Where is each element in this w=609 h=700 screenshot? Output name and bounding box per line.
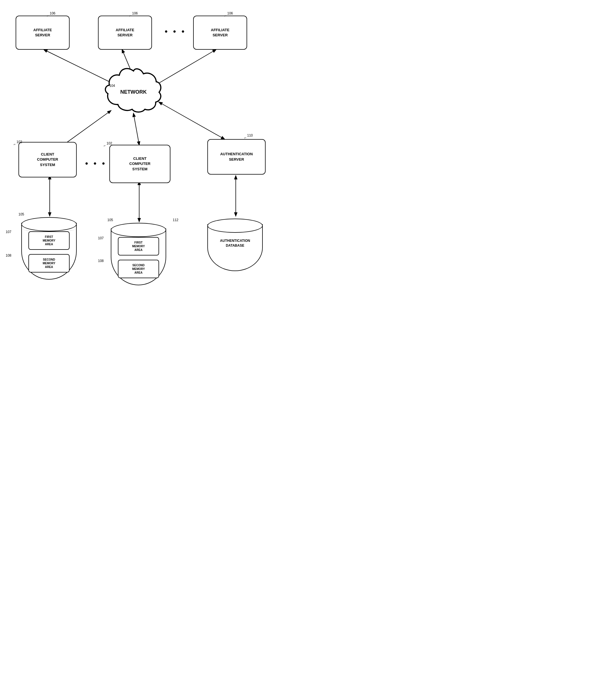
svg-line-5 <box>159 102 224 139</box>
auth-database-cylinder: AUTHENTICATION DATABASE <box>207 216 263 271</box>
ref-107-1: 107 <box>6 230 11 234</box>
client-system-1: CLIENT COMPUTER SYSTEM <box>18 142 77 177</box>
ref-106-3: 106 <box>227 11 233 15</box>
ref-108-2: 108 <box>98 259 104 263</box>
ref-108-1: 108 <box>6 253 11 257</box>
ref-102-1: 102 <box>16 140 22 144</box>
affiliate-server-1: AFFILIATE SERVER <box>16 16 70 50</box>
network-cloud: NETWORK <box>102 65 165 116</box>
affiliate-server-3: AFFILIATE SERVER <box>193 16 247 50</box>
ref-112: 112 <box>173 218 178 222</box>
ellipsis-2: • • • <box>85 159 106 168</box>
storage-cylinder-2: FIRST MEMORY AREA SECOND MEMORY AREA <box>111 220 166 285</box>
ellipsis-1: • • • <box>165 27 186 36</box>
ref-102-2: 102 <box>106 141 112 145</box>
auth-server: AUTHENTICATION SERVER <box>207 139 265 175</box>
affiliate-server-2: AFFILIATE SERVER <box>98 16 152 50</box>
ref-104: 104 <box>109 84 115 88</box>
first-memory-area-1: FIRST MEMORY AREA <box>29 231 70 250</box>
ref-105-1: 105 <box>18 212 24 216</box>
ref-106-2: 106 <box>132 11 138 15</box>
ref-106-1: 106 <box>50 11 55 15</box>
svg-text:NETWORK: NETWORK <box>120 89 147 95</box>
auth-db-label: AUTHENTICATION DATABASE <box>207 238 263 248</box>
ref-110: 110 <box>247 133 253 138</box>
storage-cylinder-1: FIRST MEMORY AREA SECOND MEMORY AREA <box>21 214 77 280</box>
diagram: AFFILIATE SERVER 106 ⌐ AFFILIATE SERVER … <box>0 0 304 350</box>
second-memory-area-1: SECOND MEMORY AREA <box>29 254 70 272</box>
svg-line-4 <box>134 113 139 145</box>
ref-105-2: 105 <box>107 218 113 222</box>
second-memory-area-2: SECOND MEMORY AREA <box>118 260 159 278</box>
client-system-2: CLIENT COMPUTER SYSTEM <box>109 145 170 183</box>
first-memory-area-2: FIRST MEMORY AREA <box>118 237 159 255</box>
ref-107-2: 107 <box>98 236 104 240</box>
